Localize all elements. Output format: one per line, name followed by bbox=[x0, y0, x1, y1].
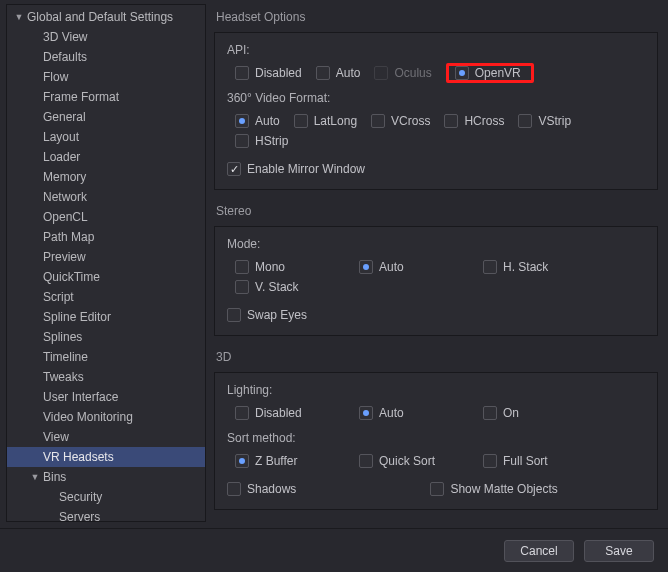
radio-label: Quick Sort bbox=[379, 454, 435, 468]
radio-option-z-buffer[interactable]: Z Buffer bbox=[235, 451, 345, 471]
tree-item-tweaks[interactable]: Tweaks bbox=[7, 367, 205, 387]
tree-root-global[interactable]: ▼Global and Default Settings bbox=[7, 7, 205, 27]
radio-option-v-stack[interactable]: V. Stack bbox=[235, 277, 345, 297]
tree-item-path-map[interactable]: Path Map bbox=[7, 227, 205, 247]
radio-label: VCross bbox=[391, 114, 430, 128]
radio-icon bbox=[235, 260, 249, 274]
section-heading-stereo: Stereo bbox=[216, 204, 658, 218]
radio-icon bbox=[316, 66, 330, 80]
tree-item-splines[interactable]: Splines bbox=[7, 327, 205, 347]
radio-icon bbox=[483, 454, 497, 468]
matte-label: Show Matte Objects bbox=[450, 482, 557, 496]
tree-item-label: Security bbox=[57, 490, 102, 504]
tree-item-layout[interactable]: Layout bbox=[7, 127, 205, 147]
headset-options-box: API: DisabledAutoOculusOpenVR 360° Video… bbox=[214, 32, 658, 190]
tree-item-label: Global and Default Settings bbox=[25, 10, 173, 24]
tree-item-quicktime[interactable]: QuickTime bbox=[7, 267, 205, 287]
radio-option-mono[interactable]: Mono bbox=[235, 257, 345, 277]
tree-item-general[interactable]: General bbox=[7, 107, 205, 127]
radio-label: Auto bbox=[336, 66, 361, 80]
radio-icon bbox=[235, 406, 249, 420]
section-heading-3d: 3D bbox=[216, 350, 658, 364]
tree-item-label: QuickTime bbox=[41, 270, 100, 284]
tree-item-label: Bins bbox=[41, 470, 66, 484]
api-label: API: bbox=[227, 43, 645, 57]
disclosure-triangle-icon[interactable]: ▼ bbox=[13, 12, 25, 22]
tree-item-security[interactable]: Security bbox=[7, 487, 205, 507]
tree-item-label: 3D View bbox=[41, 30, 87, 44]
tree-item-label: Layout bbox=[41, 130, 79, 144]
tree-item-defaults[interactable]: Defaults bbox=[7, 47, 205, 67]
settings-tree[interactable]: ▼Global and Default Settings3D ViewDefau… bbox=[6, 4, 206, 522]
tree-item-loader[interactable]: Loader bbox=[7, 147, 205, 167]
tree-item-video-monitoring[interactable]: Video Monitoring bbox=[7, 407, 205, 427]
cancel-button[interactable]: Cancel bbox=[504, 540, 574, 562]
radio-option-openvr[interactable]: OpenVR bbox=[446, 63, 534, 83]
radio-option-auto[interactable]: Auto bbox=[316, 63, 361, 83]
radio-option-auto[interactable]: Auto bbox=[235, 111, 280, 131]
tree-item-label: Tweaks bbox=[41, 370, 84, 384]
radio-icon bbox=[444, 114, 458, 128]
tree-item-memory[interactable]: Memory bbox=[7, 167, 205, 187]
radio-label: H. Stack bbox=[503, 260, 548, 274]
tree-item-flow[interactable]: Flow bbox=[7, 67, 205, 87]
disclosure-triangle-icon[interactable]: ▼ bbox=[29, 472, 41, 482]
radio-icon bbox=[294, 114, 308, 128]
tree-item-preview[interactable]: Preview bbox=[7, 247, 205, 267]
radio-icon bbox=[359, 260, 373, 274]
radio-option-latlong[interactable]: LatLong bbox=[294, 111, 357, 131]
lighting-label: Lighting: bbox=[227, 383, 645, 397]
radio-icon bbox=[235, 134, 249, 148]
radio-label: Mono bbox=[255, 260, 285, 274]
save-button[interactable]: Save bbox=[584, 540, 654, 562]
radio-option-hcross[interactable]: HCross bbox=[444, 111, 504, 131]
radio-option-quick-sort[interactable]: Quick Sort bbox=[359, 451, 469, 471]
radio-label: HCross bbox=[464, 114, 504, 128]
radio-icon bbox=[483, 406, 497, 420]
shadows-checkbox[interactable]: Shadows bbox=[227, 479, 296, 499]
swap-eyes-checkbox[interactable]: Swap Eyes bbox=[227, 305, 631, 325]
three-d-box: Lighting: DisabledAutoOn Sort method: Z … bbox=[214, 372, 658, 510]
lighting-options: DisabledAutoOn bbox=[235, 403, 645, 423]
radio-option-auto[interactable]: Auto bbox=[359, 403, 469, 423]
radio-option-vcross[interactable]: VCross bbox=[371, 111, 430, 131]
radio-icon bbox=[359, 406, 373, 420]
radio-label: Disabled bbox=[255, 406, 302, 420]
tree-item-label: Script bbox=[41, 290, 74, 304]
radio-option-disabled[interactable]: Disabled bbox=[235, 403, 345, 423]
tree-item-vr-headsets[interactable]: VR Headsets bbox=[7, 447, 205, 467]
radio-label: Disabled bbox=[255, 66, 302, 80]
matte-checkbox[interactable]: Show Matte Objects bbox=[430, 479, 557, 499]
tree-item-frame-format[interactable]: Frame Format bbox=[7, 87, 205, 107]
radio-label: Auto bbox=[379, 406, 404, 420]
radio-icon bbox=[483, 260, 497, 274]
enable-mirror-checkbox[interactable]: ✓ Enable Mirror Window bbox=[227, 159, 631, 179]
tree-item-3d-view[interactable]: 3D View bbox=[7, 27, 205, 47]
tree-item-spline-editor[interactable]: Spline Editor bbox=[7, 307, 205, 327]
radio-label: HStrip bbox=[255, 134, 288, 148]
radio-option-full-sort[interactable]: Full Sort bbox=[483, 451, 593, 471]
radio-label: OpenVR bbox=[475, 66, 521, 80]
stereo-mode-options: MonoAutoH. StackV. Stack bbox=[235, 257, 645, 297]
tree-item-view[interactable]: View bbox=[7, 427, 205, 447]
tree-item-opencl[interactable]: OpenCL bbox=[7, 207, 205, 227]
tree-item-network[interactable]: Network bbox=[7, 187, 205, 207]
radio-icon bbox=[359, 454, 373, 468]
radio-label: LatLong bbox=[314, 114, 357, 128]
radio-option-hstrip[interactable]: HStrip bbox=[235, 131, 288, 151]
tree-item-timeline[interactable]: Timeline bbox=[7, 347, 205, 367]
tree-item-label: Flow bbox=[41, 70, 68, 84]
tree-item-script[interactable]: Script bbox=[7, 287, 205, 307]
radio-option-auto[interactable]: Auto bbox=[359, 257, 469, 277]
radio-icon bbox=[374, 66, 388, 80]
radio-label: Auto bbox=[255, 114, 280, 128]
tree-item-bins[interactable]: ▼Bins bbox=[7, 467, 205, 487]
radio-icon bbox=[371, 114, 385, 128]
radio-label: V. Stack bbox=[255, 280, 299, 294]
radio-option-h-stack[interactable]: H. Stack bbox=[483, 257, 593, 277]
tree-item-servers[interactable]: Servers bbox=[7, 507, 205, 522]
radio-option-disabled[interactable]: Disabled bbox=[235, 63, 302, 83]
radio-option-on[interactable]: On bbox=[483, 403, 593, 423]
radio-option-vstrip[interactable]: VStrip bbox=[518, 111, 571, 131]
tree-item-user-interface[interactable]: User Interface bbox=[7, 387, 205, 407]
